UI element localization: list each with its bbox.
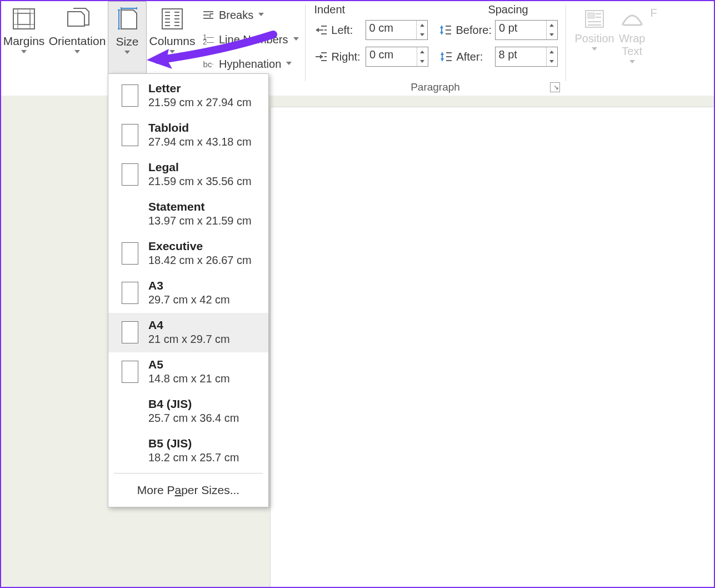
size-option-dims: 21.59 cm x 35.56 cm xyxy=(148,175,252,188)
size-option-dims: 29.7 cm x 42 cm xyxy=(148,293,230,306)
size-option-legal[interactable]: Legal21.59 cm x 35.56 cm xyxy=(108,155,268,195)
spacing-before-spinner[interactable]: 0 pt xyxy=(495,20,558,40)
svg-marker-35 xyxy=(440,32,443,35)
page-icon xyxy=(122,163,138,186)
size-option-name: B4 (JIS) xyxy=(148,397,239,411)
wrap-text-icon xyxy=(619,7,646,31)
size-option-name: A5 xyxy=(148,358,230,371)
size-option-dims: 25.7 cm x 36.4 cm xyxy=(148,412,239,425)
indent-left-icon xyxy=(314,23,328,37)
hyphenation-button[interactable]: bc- Hyphenation xyxy=(201,54,299,73)
indent-right-spinner[interactable]: 0 cm xyxy=(366,47,428,67)
orientation-icon xyxy=(63,6,92,32)
orientation-button[interactable]: Orientation xyxy=(47,1,108,96)
spacing-after-spinner[interactable]: 8 pt xyxy=(495,47,558,67)
svg-marker-34 xyxy=(440,25,443,28)
more-paper-sizes[interactable]: More Paper Sizes... xyxy=(108,476,268,507)
svg-rect-51 xyxy=(588,13,594,18)
size-option-name: Tabloid xyxy=(148,121,252,134)
page-icon xyxy=(122,400,138,422)
wrap-text-button[interactable]: Wrap Text xyxy=(619,7,646,96)
page-icon xyxy=(122,203,138,225)
chevron-down-icon xyxy=(629,60,636,64)
size-option-statement[interactable]: Statement13.97 cm x 21.59 cm xyxy=(108,195,268,234)
group-separator xyxy=(305,4,306,81)
spin-up[interactable] xyxy=(547,47,557,57)
spin-down[interactable] xyxy=(417,57,428,66)
position-button[interactable]: Position xyxy=(575,7,614,96)
spacing-after-label: After: xyxy=(456,51,491,63)
margins-button[interactable]: Margins xyxy=(1,1,47,96)
breaks-icon xyxy=(201,9,216,21)
hyphenation-icon: bc- xyxy=(201,58,216,70)
svg-marker-45 xyxy=(441,52,444,55)
spin-up[interactable] xyxy=(417,47,428,57)
size-option-name: Statement xyxy=(148,200,252,213)
wrap-text-label: Wrap Text xyxy=(619,32,645,58)
chevron-down-icon xyxy=(169,50,176,54)
orientation-label: Orientation xyxy=(49,34,106,48)
size-option-tabloid[interactable]: Tabloid27.94 cm x 43.18 cm xyxy=(108,116,268,155)
size-option-executive[interactable]: Executive18.42 cm x 26.67 cm xyxy=(108,234,268,273)
size-dropdown-menu: Letter21.59 cm x 27.94 cmTabloid27.94 cm… xyxy=(108,73,269,507)
spin-down[interactable] xyxy=(417,30,427,39)
size-option-dims: 21.59 cm x 27.94 cm xyxy=(148,96,252,109)
size-option-a3[interactable]: A329.7 cm x 42 cm xyxy=(108,273,268,313)
indent-left-spinner[interactable]: 0 cm xyxy=(366,20,428,40)
breaks-button[interactable]: Breaks xyxy=(201,6,299,24)
line-numbers-button[interactable]: 1—2— Line Numbers xyxy=(201,30,299,49)
size-option-name: A4 xyxy=(148,318,230,332)
spin-up[interactable] xyxy=(417,21,427,30)
size-option-b5-jis-[interactable]: B5 (JIS)18.2 cm x 25.7 cm xyxy=(108,431,268,471)
size-option-name: Letter xyxy=(148,82,252,95)
indent-right-label: Right: xyxy=(331,51,362,63)
spacing-before-value[interactable]: 0 pt xyxy=(496,21,546,39)
size-label: Size xyxy=(116,35,139,48)
paragraph-group-label: Paragraph xyxy=(308,81,563,93)
spin-up[interactable] xyxy=(547,21,557,30)
indent-right-icon xyxy=(314,50,328,63)
columns-icon xyxy=(158,6,187,32)
indent-right-value[interactable]: 0 cm xyxy=(366,47,417,66)
arrange-more: F xyxy=(650,7,658,96)
size-option-dims: 18.2 cm x 25.7 cm xyxy=(148,451,239,464)
arrange-group: Position Wrap Text F xyxy=(568,1,660,96)
page-icon xyxy=(122,321,138,343)
svg-rect-1 xyxy=(18,13,30,24)
menu-divider xyxy=(114,473,263,474)
spin-down[interactable] xyxy=(547,57,557,66)
svg-marker-46 xyxy=(441,58,444,62)
page-icon xyxy=(122,282,138,304)
spin-down[interactable] xyxy=(547,30,557,39)
paragraph-launcher[interactable]: ↘ xyxy=(550,82,560,92)
group-separator xyxy=(566,4,566,81)
position-label: Position xyxy=(575,32,614,45)
size-option-a4[interactable]: A421 cm x 29.7 cm xyxy=(108,313,268,352)
size-option-a5[interactable]: A514.8 cm x 21 cm xyxy=(108,352,268,392)
chevron-down-icon xyxy=(124,51,131,55)
chevron-down-icon xyxy=(286,62,292,66)
spacing-before-icon xyxy=(439,23,453,37)
size-option-b4-jis-[interactable]: B4 (JIS)25.7 cm x 36.4 cm xyxy=(108,392,268,431)
indent-left-value[interactable]: 0 cm xyxy=(366,21,417,39)
size-option-dims: 27.94 cm x 43.18 cm xyxy=(148,136,252,148)
page-icon xyxy=(122,440,138,462)
page-icon xyxy=(122,361,138,383)
margins-icon xyxy=(9,6,38,32)
chevron-down-icon xyxy=(591,47,598,52)
spacing-after-icon xyxy=(439,50,453,63)
margins-label: Margins xyxy=(3,34,45,48)
svg-marker-39 xyxy=(320,54,323,59)
size-option-name: B5 (JIS) xyxy=(148,437,239,450)
page-icon xyxy=(122,242,138,265)
size-option-name: Executive xyxy=(148,240,252,253)
size-option-name: Legal xyxy=(148,161,252,174)
size-option-letter[interactable]: Letter21.59 cm x 27.94 cm xyxy=(108,76,268,116)
spacing-after-value[interactable]: 8 pt xyxy=(496,47,546,66)
hyphenation-label: Hyphenation xyxy=(219,58,281,71)
chevron-down-icon xyxy=(21,50,27,54)
svg-marker-28 xyxy=(316,28,319,32)
size-option-dims: 13.97 cm x 21.59 cm xyxy=(148,215,252,227)
document-page[interactable] xyxy=(270,107,714,587)
size-option-dims: 21 cm x 29.7 cm xyxy=(148,333,230,346)
